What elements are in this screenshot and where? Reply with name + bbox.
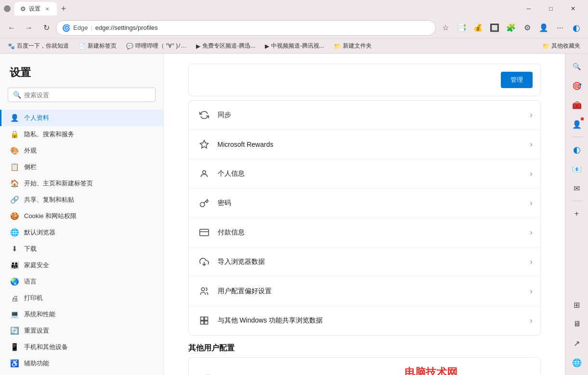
- settings-item-sync[interactable]: 同步 ›: [189, 101, 540, 130]
- sidebar-item-label: 语言: [24, 277, 37, 286]
- language-icon: 🌏: [10, 277, 19, 286]
- active-tab[interactable]: ⚙ 设置 ✕: [14, 2, 57, 15]
- collections-button[interactable]: 📑: [454, 20, 470, 36]
- right-search-button[interactable]: 🔍: [568, 58, 586, 75]
- settings-item-user-prefs[interactable]: 用户配置偏好设置 ›: [189, 277, 540, 306]
- search-box[interactable]: 🔍: [8, 88, 156, 102]
- sidebar-item-printer[interactable]: 🖨 打印机: [0, 290, 163, 306]
- minimize-button[interactable]: ─: [518, 0, 540, 17]
- bookmark-label: 中视频频道-腾讯视...: [271, 42, 324, 50]
- user-prefs-arrow-icon: ›: [530, 287, 532, 296]
- payment-label: 付款信息: [218, 228, 530, 237]
- svg-rect-8: [200, 321, 204, 324]
- right-tools-button[interactable]: 🧰: [568, 96, 586, 114]
- right-grid-button[interactable]: ⊞: [568, 296, 586, 313]
- sidebar-item-downloads[interactable]: ⬇ 下载: [0, 241, 163, 257]
- sidebar-item-cookies[interactable]: 🍪 Cookie 和网站权限: [0, 208, 163, 224]
- password-label: 密码: [218, 199, 530, 207]
- sidebar-item-sidebar[interactable]: 📋 侧栏: [0, 159, 163, 175]
- back-button[interactable]: ←: [4, 20, 19, 36]
- settings-item-rewards[interactable]: Microsoft Rewards ›: [189, 130, 540, 159]
- search-icon: 🔍: [13, 91, 21, 99]
- mobile-icon: 📱: [10, 343, 19, 351]
- more-button[interactable]: ···: [552, 20, 568, 36]
- copilot-button[interactable]: ◐: [569, 20, 584, 36]
- refresh-button[interactable]: ↻: [39, 20, 54, 36]
- sidebar-item-share[interactable]: 🔗 共享、复制和粘贴: [0, 192, 163, 208]
- right-edge-button[interactable]: ◐: [568, 141, 586, 158]
- profile-button[interactable]: 👤: [536, 20, 551, 36]
- bookmark-newtab[interactable]: 📄 新建标签页: [75, 41, 120, 51]
- default-browser-icon: 🌐: [10, 228, 19, 237]
- payment-icon: [196, 225, 212, 240]
- address-bar[interactable]: 🌀 Edge | edge://settings/profiles: [56, 20, 436, 36]
- sidebar-item-accessibility[interactable]: ♿ 辅助功能: [0, 355, 163, 372]
- extension-button[interactable]: 🧩: [503, 20, 519, 36]
- settings-item-payment[interactable]: 付款信息 ›: [189, 218, 540, 247]
- svg-marker-0: [200, 141, 208, 148]
- bookmark-baidu[interactable]: 🐾 百度一下，你就知道: [4, 41, 73, 51]
- titlebar: ⚙ 设置 ✕ + ─ □ ✕: [0, 0, 588, 17]
- bookmark-folder[interactable]: 📁 新建文件夹: [330, 41, 376, 51]
- settings-item-personal-info[interactable]: 个人信息 ›: [189, 159, 540, 189]
- browser-name-label: Edge: [73, 24, 88, 31]
- right-globe-button[interactable]: 🌐: [568, 354, 586, 371]
- sidebar-item-language[interactable]: 🌏 语言: [0, 273, 163, 290]
- forward-button[interactable]: →: [21, 20, 37, 36]
- main-container: 设置 🔍 👤 个人资料 🔒 隐私、搜索和服务 🎨 外观 📋 侧栏 🏠 开始、主页…: [0, 54, 588, 375]
- svg-point-1: [202, 170, 206, 174]
- sync-label: 同步: [218, 111, 530, 119]
- maximize-button[interactable]: □: [540, 0, 562, 17]
- right-collections-button[interactable]: 🎯: [568, 77, 586, 94]
- bookmark-label: 新建标签页: [88, 42, 117, 50]
- sidebar-item-system[interactable]: 💻 系统和性能: [0, 306, 163, 323]
- right-add-button[interactable]: +: [568, 205, 586, 222]
- right-monitor-button[interactable]: 🖥: [568, 315, 586, 333]
- favorites-button[interactable]: ☆: [438, 20, 453, 36]
- edge-logo-icon: 🌀: [62, 24, 70, 32]
- right-profile-button[interactable]: 👤: [568, 116, 586, 133]
- browser-wallet-button[interactable]: 💰: [470, 20, 486, 36]
- tab-icon: ⚙: [20, 5, 26, 13]
- user-prefs-label: 用户配置偏好设置: [218, 287, 530, 296]
- profile-card: 用户配置 1 电脑技术网 TAG www.tagxp.com 切换: [188, 357, 541, 375]
- sidebar-item-reset[interactable]: 🔄 重置设置: [0, 323, 163, 339]
- sidebar-item-about[interactable]: ℹ 关于 Microsoft Edge: [0, 372, 163, 375]
- bookmark-tencent2[interactable]: ▶ 中视频频道-腾讯视...: [261, 41, 328, 51]
- settings-item-windows-share[interactable]: 与其他 Windows 功能共享浏览数据 ›: [189, 306, 540, 335]
- right-outlook-button[interactable]: 📧: [568, 160, 586, 178]
- sidebar-item-appearance[interactable]: 🎨 外观: [0, 142, 163, 159]
- folder-icon: 📁: [542, 43, 549, 50]
- content-area: 管理 同步 ›: [164, 54, 565, 375]
- sidebar-icon: 📋: [10, 163, 19, 171]
- search-input[interactable]: [24, 91, 150, 99]
- right-external-button[interactable]: ↗: [568, 335, 586, 352]
- bookmark-other-folders[interactable]: 📁 其他收藏夹: [538, 41, 584, 51]
- tab-close-button[interactable]: ✕: [43, 5, 51, 13]
- window-control-dot[interactable]: [4, 5, 11, 12]
- settings-more-button[interactable]: ⚙: [520, 20, 535, 36]
- sidebar-item-mobile[interactable]: 📱 手机和其他设备: [0, 339, 163, 355]
- import-icon: [196, 254, 212, 270]
- accessibility-icon: ♿: [10, 359, 19, 368]
- right-msg-button[interactable]: ✉: [568, 180, 586, 197]
- printer-icon: 🖨: [10, 294, 19, 302]
- personal-info-arrow-icon: ›: [530, 169, 532, 178]
- bookmark-tencent1[interactable]: ▶ 免费专区频道-腾迅...: [192, 41, 259, 51]
- sidebar-item-default-browser[interactable]: 🌐 默认浏览器: [0, 224, 163, 241]
- settings-item-import[interactable]: 导入浏览器数据 ›: [189, 247, 540, 277]
- folder-icon: 📁: [334, 43, 341, 50]
- sidebar-item-privacy[interactable]: 🔒 隐私、搜索和服务: [0, 126, 163, 142]
- profile-top-card: 管理: [188, 64, 541, 96]
- sidebar-item-family[interactable]: 👨‍👩‍👧 家庭安全: [0, 257, 163, 273]
- workspaces-button[interactable]: 🔲: [487, 20, 502, 36]
- sidebar-item-label: 个人资料: [24, 114, 49, 122]
- bookmark-bilibili[interactable]: 💬 哔哩哔哩（ °∀° )ﾉ…: [122, 41, 190, 51]
- settings-item-password[interactable]: 密码 ›: [189, 189, 540, 218]
- new-tab-button[interactable]: +: [57, 2, 70, 15]
- sidebar-item-profile[interactable]: 👤 个人资料: [0, 110, 163, 126]
- sidebar-item-newtab[interactable]: 🏠 开始、主页和新建标签页: [0, 175, 163, 192]
- reset-icon: 🔄: [10, 326, 19, 335]
- close-button[interactable]: ✕: [562, 0, 584, 17]
- profile-manage-button[interactable]: 管理: [501, 72, 533, 88]
